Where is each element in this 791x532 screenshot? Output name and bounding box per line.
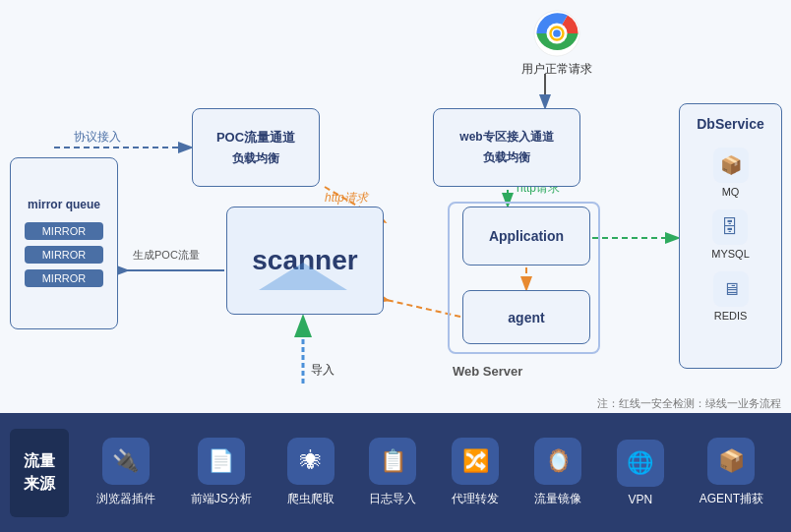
- svg-text:http请求: http请求: [325, 191, 370, 205]
- chrome-label: 用户正常请求: [521, 61, 592, 78]
- poc-title: POC流量通道: [216, 129, 295, 147]
- mirror-queue-title: mirror queue: [28, 198, 100, 211]
- traffic-item-browser: 🔌 浏览器插件: [96, 438, 155, 507]
- traffic-mirror-icon: 🪞: [534, 438, 581, 485]
- traffic-item-js: 📄 前端JS分析: [191, 438, 252, 507]
- dbservice-title: DbService: [697, 116, 763, 132]
- mirror-item-3: MIRROR: [25, 269, 103, 287]
- vpn-icon: 🌐: [617, 440, 664, 487]
- svg-text:导入: 导入: [311, 363, 335, 377]
- traffic-item-mirror: 🪞 流量镜像: [534, 438, 581, 507]
- poc-subtitle: 负载均衡: [232, 150, 279, 167]
- mirror-queue-box: mirror queue MIRROR MIRROR MIRROR: [10, 157, 118, 329]
- proxy-icon: 🔀: [452, 438, 499, 485]
- poc-box: POC流量通道 负载均衡: [192, 108, 320, 187]
- svg-text:协议接入: 协议接入: [74, 130, 121, 144]
- arrows-svg: 协议接入 http请求 http请求 生成POC流量 导入: [0, 0, 791, 413]
- log-import-icon: 📋: [369, 438, 416, 485]
- web-box: web专区接入通道 负载均衡: [433, 108, 580, 187]
- diagram-area: 协议接入 http请求 http请求 生成POC流量 导入: [0, 0, 791, 413]
- agent-capture-label: AGENT捕获: [700, 491, 763, 507]
- application-box: Application: [462, 207, 590, 266]
- chrome-icon: [533, 10, 580, 57]
- redis-item: 🖥 REDIS: [713, 271, 749, 322]
- web-subtitle: 负载均衡: [483, 149, 530, 166]
- proxy-label: 代理转发: [452, 491, 499, 507]
- js-analyze-label: 前端JS分析: [191, 491, 252, 507]
- webserver-label: Web Server: [453, 364, 522, 379]
- mq-item: 📦 MQ: [713, 148, 749, 198]
- browser-plugin-label: 浏览器插件: [96, 491, 155, 507]
- scanner-triangle: [259, 263, 347, 290]
- svg-line-9: [387, 300, 460, 317]
- agent-box: agent: [462, 290, 590, 344]
- traffic-items: 🔌 浏览器插件 📄 前端JS分析 🕷 爬虫爬取 📋 日志导入 🔀 代理转发 🪞: [79, 438, 781, 507]
- traffic-label-text: 流量来源: [24, 450, 55, 495]
- traffic-item-vpn: 🌐 VPN: [617, 440, 664, 506]
- mysql-icon: 🗄: [712, 209, 748, 245]
- svg-text:生成POC流量: 生成POC流量: [133, 249, 200, 261]
- log-import-label: 日志导入: [369, 491, 416, 507]
- js-analyze-icon: 📄: [198, 438, 245, 485]
- traffic-item-proxy: 🔀 代理转发: [452, 438, 499, 507]
- agent-label: agent: [508, 310, 544, 325]
- browser-plugin-icon: 🔌: [102, 438, 150, 485]
- mysql-label: MYSQL: [711, 248, 750, 260]
- mirror-item-2: MIRROR: [25, 246, 103, 264]
- traffic-mirror-label: 流量镜像: [534, 491, 581, 507]
- traffic-label: 流量来源: [10, 429, 69, 517]
- traffic-bar: 流量来源 🔌 浏览器插件 📄 前端JS分析 🕷 爬虫爬取 📋 日志导入 🔀 代理…: [0, 413, 791, 532]
- note: 注：红线一安全检测：绿线一业务流程: [597, 396, 781, 411]
- mysql-item: 🗄 MYSQL: [711, 209, 750, 260]
- mirror-item-1: MIRROR: [25, 222, 103, 240]
- dbservice-box: DbService 📦 MQ 🗄 MYSQL 🖥 REDIS: [679, 103, 782, 369]
- redis-icon: 🖥: [713, 271, 749, 307]
- mq-icon: 📦: [713, 148, 749, 183]
- application-label: Application: [489, 228, 564, 244]
- redis-label: REDIS: [714, 310, 748, 322]
- chrome-icon-wrapper: 用户正常请求: [521, 10, 592, 78]
- agent-capture-icon: 📦: [707, 438, 755, 485]
- main-container: 协议接入 http请求 http请求 生成POC流量 导入: [0, 0, 791, 532]
- crawler-label: 爬虫爬取: [287, 491, 335, 507]
- svg-point-19: [553, 30, 561, 37]
- scanner-box: scanner: [226, 207, 384, 315]
- crawler-icon: 🕷: [287, 438, 335, 485]
- traffic-item-log: 📋 日志导入: [369, 438, 416, 507]
- traffic-item-crawler: 🕷 爬虫爬取: [287, 438, 335, 507]
- mq-label: MQ: [722, 186, 740, 198]
- web-title: web专区接入通道: [459, 129, 553, 146]
- traffic-item-agent: 📦 AGENT捕获: [700, 438, 763, 507]
- vpn-label: VPN: [629, 493, 653, 506]
